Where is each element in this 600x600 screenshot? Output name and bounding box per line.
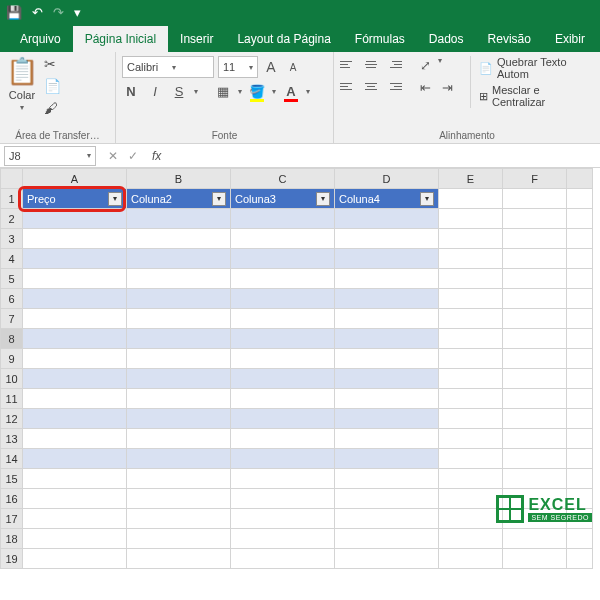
cell-C4[interactable] <box>231 249 335 269</box>
cell-E4[interactable] <box>439 249 503 269</box>
row-head-3[interactable]: 3 <box>1 229 23 249</box>
cell-B5[interactable] <box>127 269 231 289</box>
cell-D8[interactable] <box>335 329 439 349</box>
tab-dados[interactable]: Dados <box>417 26 476 52</box>
cell-D15[interactable] <box>335 469 439 489</box>
cell-A2[interactable] <box>23 209 127 229</box>
cell-C3[interactable] <box>231 229 335 249</box>
cell-10[interactable] <box>567 369 593 389</box>
row-head-10[interactable]: 10 <box>1 369 23 389</box>
font-color-button[interactable]: A <box>282 82 300 100</box>
cell-2[interactable] <box>567 209 593 229</box>
cell-C11[interactable] <box>231 389 335 409</box>
cell-B4[interactable] <box>127 249 231 269</box>
tab-arquivo[interactable]: Arquivo <box>8 26 73 52</box>
cell-A18[interactable] <box>23 529 127 549</box>
cell-C7[interactable] <box>231 309 335 329</box>
cell-E19[interactable] <box>439 549 503 569</box>
copy-icon[interactable]: 📄 <box>44 78 61 94</box>
cell-D11[interactable] <box>335 389 439 409</box>
cell-D18[interactable] <box>335 529 439 549</box>
col-head-F[interactable]: F <box>503 169 567 189</box>
align-right-icon[interactable] <box>384 78 402 94</box>
filter-dropdown-icon[interactable]: ▾ <box>212 192 226 206</box>
cell-4[interactable] <box>567 249 593 269</box>
tab-revisao[interactable]: Revisão <box>476 26 543 52</box>
select-all-corner[interactable] <box>1 169 23 189</box>
cell-A14[interactable] <box>23 449 127 469</box>
cell-F7[interactable] <box>503 309 567 329</box>
enter-icon[interactable]: ✓ <box>128 149 138 163</box>
cell-D17[interactable] <box>335 509 439 529</box>
cell-F5[interactable] <box>503 269 567 289</box>
cell-C19[interactable] <box>231 549 335 569</box>
cell-A12[interactable] <box>23 409 127 429</box>
cell-E2[interactable] <box>439 209 503 229</box>
cell-E3[interactable] <box>439 229 503 249</box>
cell-B19[interactable] <box>127 549 231 569</box>
filter-dropdown-icon[interactable]: ▾ <box>316 192 330 206</box>
cell-B17[interactable] <box>127 509 231 529</box>
cell-B2[interactable] <box>127 209 231 229</box>
col-head-A[interactable]: A <box>23 169 127 189</box>
shrink-font-icon[interactable]: A <box>284 58 302 76</box>
border-button[interactable]: ▦ <box>214 82 232 100</box>
col-head-C[interactable]: C <box>231 169 335 189</box>
tab-formulas[interactable]: Fórmulas <box>343 26 417 52</box>
cell-C8[interactable] <box>231 329 335 349</box>
row-head-16[interactable]: 16 <box>1 489 23 509</box>
cell-B10[interactable] <box>127 369 231 389</box>
orientation-dropdown[interactable]: ▾ <box>438 56 442 74</box>
row-head-4[interactable]: 4 <box>1 249 23 269</box>
cell-B14[interactable] <box>127 449 231 469</box>
cell-C9[interactable] <box>231 349 335 369</box>
font-color-dropdown[interactable]: ▾ <box>306 87 310 96</box>
cell-19[interactable] <box>567 549 593 569</box>
cell-13[interactable] <box>567 429 593 449</box>
cell-C18[interactable] <box>231 529 335 549</box>
underline-dropdown[interactable]: ▾ <box>194 87 198 96</box>
cell-A6[interactable] <box>23 289 127 309</box>
decrease-indent-icon[interactable]: ⇤ <box>416 78 434 96</box>
format-painter-icon[interactable]: 🖌 <box>44 100 61 116</box>
cell-12[interactable] <box>567 409 593 429</box>
row-head-11[interactable]: 11 <box>1 389 23 409</box>
align-center-icon[interactable] <box>362 78 380 94</box>
col-head-D[interactable]: D <box>335 169 439 189</box>
italic-button[interactable]: I <box>146 82 164 100</box>
cell-F18[interactable] <box>503 529 567 549</box>
cell-A16[interactable] <box>23 489 127 509</box>
cell-C17[interactable] <box>231 509 335 529</box>
underline-button[interactable]: S <box>170 82 188 100</box>
row-head-9[interactable]: 9 <box>1 349 23 369</box>
cell-F15[interactable] <box>503 469 567 489</box>
cell-F6[interactable] <box>503 289 567 309</box>
filter-dropdown-icon[interactable]: ▾ <box>108 192 122 206</box>
paste-dropdown-icon[interactable]: ▾ <box>20 103 24 112</box>
cell-C15[interactable] <box>231 469 335 489</box>
cell-C6[interactable] <box>231 289 335 309</box>
cell-3[interactable] <box>567 229 593 249</box>
cell-A17[interactable] <box>23 509 127 529</box>
cell-B3[interactable] <box>127 229 231 249</box>
cell-F19[interactable] <box>503 549 567 569</box>
cell-C1[interactable]: Coluna3▾ <box>231 189 335 209</box>
cell-E16[interactable] <box>439 489 503 509</box>
cell-F2[interactable] <box>503 209 567 229</box>
cell-11[interactable] <box>567 389 593 409</box>
align-middle-icon[interactable] <box>362 56 380 72</box>
cell-F14[interactable] <box>503 449 567 469</box>
save-icon[interactable]: 💾 <box>6 5 22 20</box>
cell-C5[interactable] <box>231 269 335 289</box>
row-head-19[interactable]: 19 <box>1 549 23 569</box>
cell-F11[interactable] <box>503 389 567 409</box>
cell-8[interactable] <box>567 329 593 349</box>
tab-layout[interactable]: Layout da Página <box>225 26 342 52</box>
row-head-1[interactable]: 1 <box>1 189 23 209</box>
row-head-17[interactable]: 17 <box>1 509 23 529</box>
cell-D16[interactable] <box>335 489 439 509</box>
name-box[interactable]: J8 ▾ <box>4 146 96 166</box>
cell-B11[interactable] <box>127 389 231 409</box>
cell-B9[interactable] <box>127 349 231 369</box>
align-bottom-icon[interactable] <box>384 56 402 72</box>
